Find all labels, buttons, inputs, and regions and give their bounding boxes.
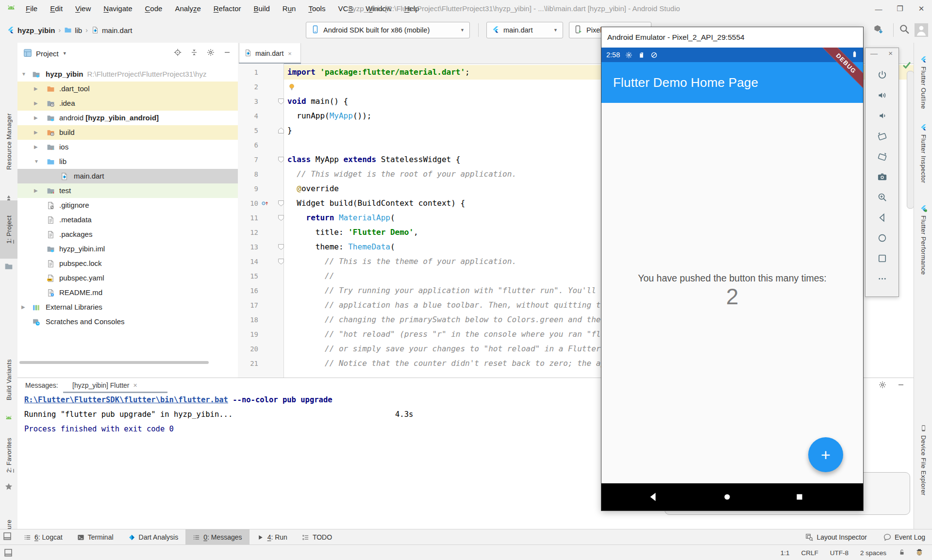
- tree-item--gitignore[interactable]: .gitignore: [17, 198, 238, 213]
- nav-back-button[interactable]: [648, 491, 659, 505]
- chevron-right-icon[interactable]: ▶: [34, 130, 38, 135]
- toolwindow-button-event-log[interactable]: Event Log: [883, 529, 925, 545]
- close-icon[interactable]: ×: [288, 50, 292, 57]
- emulator-back-tri-button[interactable]: [877, 212, 888, 225]
- emulator-close-button[interactable]: ×: [888, 49, 893, 57]
- right-tab-flutter-inspector[interactable]: Flutter Inspector: [914, 124, 932, 183]
- right-tab-device-file-explorer[interactable]: Device File Explorer: [914, 425, 932, 495]
- chevron-right-icon[interactable]: ▶: [34, 100, 38, 106]
- encoding-indicator[interactable]: UTF-8: [830, 549, 849, 557]
- toolwindow-button-0-messages[interactable]: 0: Messages: [185, 529, 249, 545]
- right-tab-flutter-outline[interactable]: Flutter Outline: [914, 56, 932, 109]
- tree-item-hyzp_yibin[interactable]: ▼hyzp_yibinR:\FlutterProject\FlutterProj…: [17, 67, 238, 82]
- emulator-rotate-right-button[interactable]: [877, 151, 888, 164]
- gear-button[interactable]: [207, 49, 215, 58]
- fold-marker[interactable]: [278, 214, 284, 223]
- emulator-camera-button[interactable]: [877, 171, 888, 184]
- tree-item--metadata[interactable]: .metadata: [17, 213, 238, 227]
- unlock-button[interactable]: [898, 548, 906, 558]
- tree-item--dart_tool[interactable]: ▶.dart_tool: [17, 82, 238, 96]
- hide-button[interactable]: [223, 49, 231, 58]
- emulator-volume-down-button[interactable]: [877, 110, 888, 123]
- chevron-right-icon[interactable]: ▶: [34, 144, 38, 149]
- menu-navigate[interactable]: Navigate: [97, 0, 138, 17]
- emulator-more-dots-button[interactable]: [877, 273, 888, 286]
- emulator-screen[interactable]: 2:58 DEBUG Flutter Demo Home Page You ha…: [601, 48, 863, 511]
- project-view-selector[interactable]: Project ▼: [23, 49, 67, 59]
- emulator-zoom-in-button[interactable]: [877, 192, 888, 205]
- nav-home-button[interactable]: [721, 491, 733, 505]
- increment-fab[interactable]: +: [808, 437, 843, 472]
- console-link[interactable]: R:\Flutter\FlutterSDK\flutter\bin\flutte…: [24, 395, 228, 404]
- breadcrumb-item-hyzp_yibin[interactable]: hyzp_yibin: [7, 26, 55, 34]
- messages-flutter-tab[interactable]: [hyzp_yibin] Flutter ×: [72, 381, 137, 389]
- tree-item-scratches-and-consoles[interactable]: Scratches and Consoles: [17, 314, 238, 329]
- chevron-right-icon[interactable]: ▶: [34, 188, 38, 193]
- tree-item-test[interactable]: ▶test: [17, 183, 238, 198]
- tree-horizontal-scrollbar[interactable]: [19, 361, 209, 364]
- breadcrumb-item-lib[interactable]: lib: [64, 26, 82, 34]
- tree-item-readme-md[interactable]: README.md: [17, 285, 238, 300]
- emulator-overview-square-button[interactable]: [877, 253, 888, 266]
- toolwindow-button-todo[interactable]: TODO: [295, 529, 339, 545]
- run-config-selector[interactable]: main.dart ▼: [486, 22, 563, 38]
- toolwindow-button-dart-analysis[interactable]: Dart Analysis: [121, 529, 186, 545]
- chevron-down-icon[interactable]: ▼: [21, 71, 26, 77]
- hector-button[interactable]: [915, 548, 923, 558]
- nav-recents-button[interactable]: [794, 491, 805, 505]
- editor-scrollbar[interactable]: [907, 71, 914, 209]
- tree-item--idea[interactable]: ▶.idea: [17, 96, 238, 111]
- toolwindow-button-layout-inspector[interactable]: Layout Inspector: [805, 529, 867, 545]
- tool-window-icon[interactable]: [4, 548, 13, 557]
- fold-marker[interactable]: [278, 200, 284, 209]
- menu-build[interactable]: Build: [247, 0, 276, 17]
- menu-view[interactable]: View: [69, 0, 97, 17]
- emulator-power-button[interactable]: [877, 69, 888, 82]
- build-download-icon[interactable]: [873, 24, 883, 34]
- maximize-button[interactable]: ❐: [889, 0, 911, 17]
- collapse-all-button[interactable]: [190, 49, 198, 58]
- intention-bulb-icon[interactable]: [288, 83, 296, 93]
- override-gutter-icon[interactable]: [261, 199, 269, 209]
- tree-item-android[interactable]: ▶android [hyzp_yibin_android]: [17, 111, 238, 125]
- toolwindow-button-4-run[interactable]: 4: Run: [250, 529, 295, 545]
- tree-item-pubspec-lock[interactable]: pubspec.lock: [17, 256, 238, 271]
- caret-position[interactable]: 1:1: [781, 549, 790, 557]
- search-icon[interactable]: [899, 24, 910, 34]
- tree-item-external-libraries[interactable]: ▶External Libraries: [17, 300, 238, 314]
- emulator-rotate-left-button[interactable]: [877, 131, 888, 144]
- chevron-right-icon[interactable]: ▶: [21, 304, 25, 310]
- tree-item-ios[interactable]: ▶ios: [17, 140, 238, 154]
- close-button[interactable]: ✕: [911, 0, 932, 17]
- emulator-title-bar[interactable]: Android Emulator - Pixel_2_API_29:5554: [601, 27, 863, 48]
- chevron-down-icon[interactable]: ▼: [34, 159, 39, 164]
- menu-code[interactable]: Code: [139, 0, 169, 17]
- left-tab-build-variants[interactable]: Build Variants: [0, 348, 17, 412]
- fold-marker[interactable]: [278, 98, 284, 107]
- emulator-minimize-button[interactable]: —: [870, 49, 878, 57]
- tree-item-build[interactable]: ▶build: [17, 125, 238, 140]
- left-tab-resource-manager[interactable]: Resource Manager: [0, 93, 17, 190]
- left-tab-2-favorites[interactable]: 2: Favorites: [0, 428, 17, 482]
- avatar[interactable]: [915, 23, 928, 37]
- indent-indicator[interactable]: 2 spaces: [860, 549, 886, 557]
- tab-main-dart[interactable]: main.dart ×: [239, 43, 301, 64]
- menu-file[interactable]: File: [19, 0, 44, 17]
- tree-item-pubspec-yaml[interactable]: YMLpubspec.yaml: [17, 271, 238, 285]
- minimize-button[interactable]: —: [868, 0, 889, 17]
- toolwindow-button-6-logcat[interactable]: 6: Logcat: [17, 529, 70, 545]
- menu-run[interactable]: Run: [276, 0, 302, 17]
- tool-window-toggle-icon[interactable]: [3, 532, 12, 543]
- chevron-right-icon[interactable]: ▶: [34, 86, 38, 91]
- menu-edit[interactable]: Edit: [44, 0, 69, 17]
- device-selector[interactable]: Android SDK built for x86 (mobile) ▼: [306, 22, 470, 38]
- toolwindow-button-terminal[interactable]: Terminal: [70, 529, 121, 545]
- breadcrumb-item-main.dart[interactable]: main.dart: [91, 26, 133, 34]
- close-icon[interactable]: ×: [133, 381, 137, 389]
- tree-item-hyzp_yibin-iml[interactable]: hyzp_yibin.iml: [17, 242, 238, 256]
- locate-button[interactable]: [174, 49, 182, 58]
- menu-tools[interactable]: Tools: [302, 0, 332, 17]
- line-ending-indicator[interactable]: CRLF: [801, 549, 818, 557]
- emulator-home-circle-button[interactable]: [877, 232, 888, 246]
- emulator-volume-up-button[interactable]: [877, 90, 888, 103]
